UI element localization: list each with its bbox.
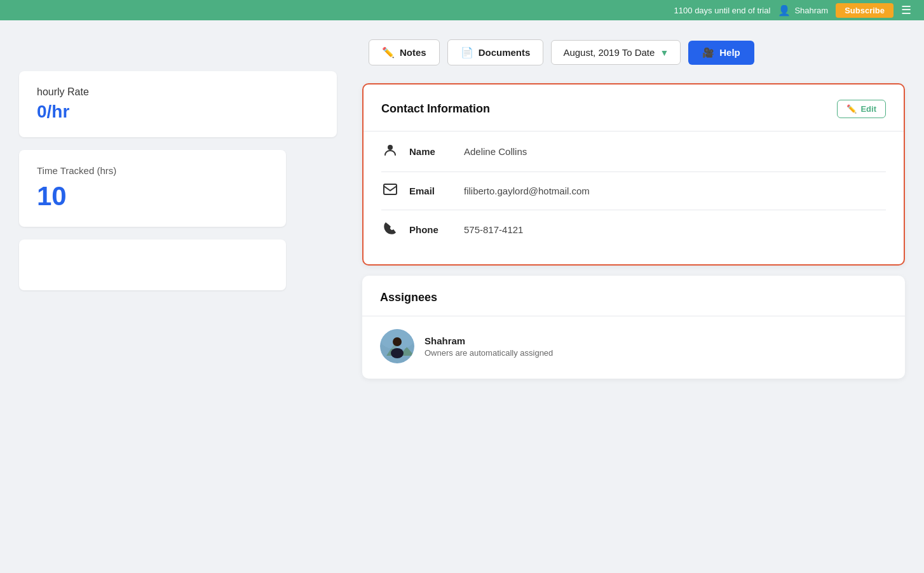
toolbar: ✏️ Notes 📄 Documents August, 2019 To Dat…: [362, 39, 905, 65]
empty-card: [19, 239, 286, 290]
phone-label: Phone: [409, 224, 454, 235]
contact-card-title: Contact Information: [381, 102, 490, 116]
svg-point-6: [391, 348, 404, 358]
time-tracked-card: Time Tracked (hrs) 10: [19, 150, 286, 227]
help-button[interactable]: 🎥 Help: [688, 41, 754, 65]
edit-icon: ✏️: [846, 104, 857, 114]
trial-text: 1100 days until end of trial: [674, 6, 771, 15]
pencil-icon: ✏️: [382, 46, 395, 58]
contact-name-row: Name Adeline Collins: [381, 131, 886, 172]
time-tracked-value: 10: [37, 181, 268, 212]
svg-point-0: [388, 145, 393, 150]
edit-label: Edit: [860, 104, 876, 114]
time-tracked-label: Time Tracked (hrs): [37, 165, 268, 176]
assignee-info: Shahram Owners are automatically assigne…: [425, 335, 553, 358]
user-info: 👤 Shahram: [778, 4, 828, 17]
phone-value: 575-817-4121: [464, 224, 523, 235]
help-label: Help: [719, 47, 740, 58]
main-content: hourly Rate 0/hr Time Tracked (hrs) 10 ✏…: [0, 20, 924, 573]
hourly-rate-label: hourly Rate: [37, 86, 319, 98]
person-icon: [381, 143, 399, 160]
notes-button[interactable]: ✏️ Notes: [369, 39, 440, 65]
email-value: filiberto.gaylord@hotmail.com: [464, 185, 590, 196]
date-range-text: August, 2019 To Date: [563, 47, 655, 58]
name-value: Adeline Collins: [464, 146, 527, 157]
subscribe-button[interactable]: Subscribe: [836, 3, 893, 18]
edit-button[interactable]: ✏️ Edit: [837, 100, 886, 118]
svg-point-5: [393, 337, 402, 346]
date-range-dropdown[interactable]: August, 2019 To Date ▼: [551, 40, 681, 65]
assignee-row: Shahram Owners are automatically assigne…: [380, 329, 887, 363]
hourly-rate-card: hourly Rate 0/hr: [19, 71, 337, 137]
right-panel: ✏️ Notes 📄 Documents August, 2019 To Dat…: [356, 20, 924, 573]
assignees-title: Assignees: [380, 291, 887, 304]
documents-label: Documents: [479, 47, 531, 58]
assignee-desc: Owners are automatically assigned: [425, 348, 553, 358]
contact-card-header: Contact Information ✏️ Edit: [381, 100, 886, 118]
email-label: Email: [409, 185, 454, 196]
contact-card: Contact Information ✏️ Edit Name Adeline…: [362, 83, 905, 266]
documents-button[interactable]: 📄 Documents: [447, 39, 544, 65]
top-bar: 1100 days until end of trial 👤 Shahram S…: [0, 0, 924, 20]
avatar: [380, 329, 414, 363]
video-icon: 🎥: [702, 47, 714, 58]
assignees-divider: [362, 316, 905, 316]
contact-phone-row: Phone 575-817-4121: [381, 210, 886, 249]
user-name: Shahram: [794, 6, 828, 15]
svg-rect-1: [384, 184, 397, 194]
phone-icon: [381, 222, 399, 238]
assignees-card: Assignees S: [362, 276, 905, 379]
chevron-down-icon: ▼: [660, 48, 669, 58]
contact-email-row: Email filiberto.gaylord@hotmail.com: [381, 172, 886, 210]
email-icon: [381, 184, 399, 198]
left-panel: hourly Rate 0/hr Time Tracked (hrs) 10: [0, 20, 356, 573]
notes-label: Notes: [400, 47, 426, 58]
name-label: Name: [409, 146, 454, 157]
assignee-name: Shahram: [425, 335, 553, 346]
document-icon: 📄: [461, 46, 473, 58]
menu-icon[interactable]: ☰: [901, 3, 911, 17]
hourly-rate-value: 0/hr: [37, 102, 319, 122]
